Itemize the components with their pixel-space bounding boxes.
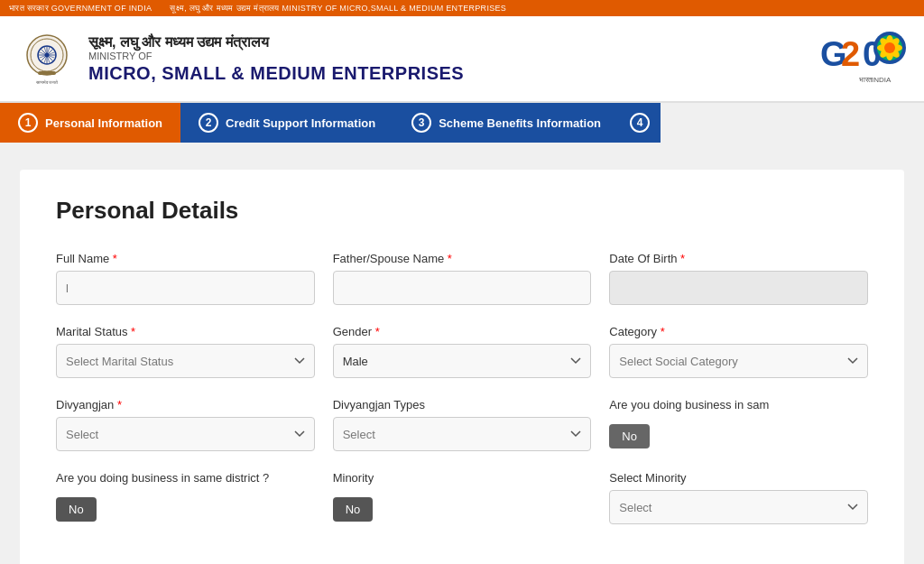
tab-more[interactable]: 4: [619, 103, 661, 143]
g20-logo: G 2 0 भारत INDIA: [816, 25, 906, 92]
full-name-required: *: [109, 252, 117, 265]
svg-text:2: 2: [841, 35, 860, 73]
business-same-district-toggle[interactable]: No: [56, 497, 97, 522]
business-same-district-group: Are you doing business in same district …: [56, 471, 315, 524]
business-same-state-group: Are you doing business in sam No: [609, 398, 868, 451]
hindi-title: सूक्ष्म, लघु और मध्यम उद्यम मंत्रालय: [88, 34, 464, 51]
tab-label-credit: Credit Support Information: [226, 116, 375, 130]
ministry-title: MICRO, SMALL & MEDIUM ENTERPRISES: [88, 63, 464, 84]
full-name-label: Full Name *: [56, 252, 315, 265]
tab-number-1: 1: [18, 113, 38, 133]
tab-label-personal: Personal Information: [45, 116, 162, 130]
dob-label: Date Of Birth *: [609, 252, 868, 265]
top-banner-right-text: सूक्ष्म, लघु और मध्यम उद्यम मंत्रालय MIN…: [170, 4, 506, 14]
header: सत्यमेव जयते सूक्ष्म, लघु और मध्यम उद्यम…: [0, 16, 924, 103]
top-banner: भारत सरकार GOVERNMENT OF INDIA सूक्ष्म, …: [0, 0, 924, 16]
tab-scheme-benefits[interactable]: 3 Scheme Benefits Information: [393, 103, 619, 143]
business-same-state-toggle[interactable]: No: [609, 424, 650, 448]
category-select[interactable]: Select Social Category General OBC SC ST: [609, 344, 868, 378]
g20-logo-icon: G 2 0 भारत INDIA: [816, 25, 906, 88]
form-row-3: Divyangjan * Select Yes No Divyangjan Ty…: [56, 398, 868, 451]
tab-personal-information[interactable]: 1 Personal Information: [0, 103, 180, 143]
gender-label: Gender *: [333, 325, 592, 338]
select-minority-label: Select Minority: [609, 471, 868, 485]
minority-label: Minority: [333, 471, 592, 485]
form-row-4: Are you doing business in same district …: [56, 471, 868, 524]
form-row-1: Full Name * Father/Spouse Name * Date Of…: [56, 252, 868, 305]
father-spouse-required: *: [444, 252, 452, 265]
business-same-state-label: Are you doing business in sam: [609, 398, 868, 411]
full-name-group: Full Name *: [56, 252, 315, 305]
header-left: सत्यमेव जयते सूक्ष्म, लघु और मध्यम उद्यम…: [18, 30, 464, 88]
divyangjan-select[interactable]: Select Yes No: [56, 417, 315, 451]
marital-status-group: Marital Status * Select Marital Status S…: [56, 325, 315, 378]
full-name-input[interactable]: [56, 271, 315, 305]
ministry-text-block: सूक्ष्म, लघु और मध्यम उद्यम मंत्रालय MIN…: [88, 34, 464, 84]
tab-number-2: 2: [199, 113, 218, 133]
dob-required: *: [677, 252, 685, 265]
select-minority-select[interactable]: Select: [609, 490, 868, 524]
nav-tabs: 1 Personal Information 2 Credit Support …: [0, 103, 924, 143]
divyangjan-group: Divyangjan * Select Yes No: [56, 398, 315, 451]
svg-text:सत्यमेव जयते: सत्यमेव जयते: [35, 79, 58, 85]
india-emblem-icon: सत्यमेव जयते: [18, 30, 76, 88]
svg-text:INDIA: INDIA: [872, 76, 892, 84]
main-content: Personal Details Full Name * Father/Spou…: [20, 170, 904, 564]
dob-input[interactable]: [609, 271, 868, 305]
svg-text:भारत: भारत: [859, 76, 873, 84]
category-label: Category *: [609, 325, 868, 338]
marital-status-select[interactable]: Select Marital Status Single Married Div…: [56, 344, 315, 378]
tab-credit-support[interactable]: 2 Credit Support Information: [180, 103, 393, 143]
business-same-district-label: Are you doing business in same district …: [56, 471, 315, 485]
divyangjan-types-group: Divyangjan Types Select: [333, 398, 592, 451]
minority-toggle[interactable]: No: [333, 497, 374, 522]
minority-group: Minority No: [333, 471, 592, 524]
top-banner-text: भारत सरकार GOVERNMENT OF INDIA: [9, 4, 152, 14]
divyangjan-types-select[interactable]: Select: [333, 417, 592, 451]
marital-status-label: Marital Status *: [56, 325, 315, 338]
tab-number-3: 3: [411, 113, 431, 133]
ministry-subtitle: MINISTRY OF: [88, 51, 464, 61]
father-spouse-input[interactable]: [333, 271, 592, 305]
date-of-birth-group: Date Of Birth *: [609, 252, 868, 305]
category-group: Category * Select Social Category Genera…: [609, 325, 868, 378]
father-spouse-label: Father/Spouse Name *: [333, 252, 592, 265]
svg-point-27: [884, 42, 895, 53]
page-title: Personal Details: [56, 197, 868, 225]
form-row-2: Marital Status * Select Marital Status S…: [56, 325, 868, 378]
gender-select[interactable]: Male Female Other: [333, 344, 592, 378]
divyangjan-label: Divyangjan *: [56, 398, 315, 411]
tab-number-4: 4: [630, 113, 650, 133]
gender-group: Gender * Male Female Other: [333, 325, 592, 378]
svg-rect-12: [38, 71, 56, 75]
father-spouse-name-group: Father/Spouse Name *: [333, 252, 592, 305]
select-minority-group: Select Minority Select: [609, 471, 868, 524]
divyangjan-types-label: Divyangjan Types: [333, 398, 592, 411]
tab-label-scheme: Scheme Benefits Information: [439, 116, 601, 130]
